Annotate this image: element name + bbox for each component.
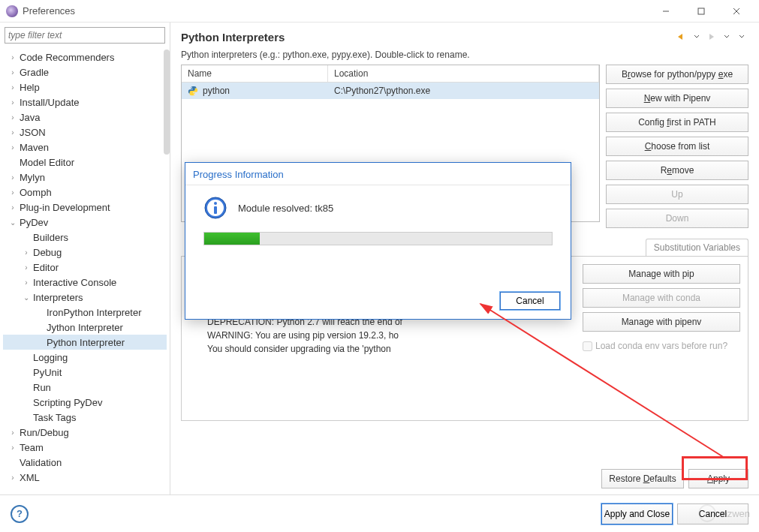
close-button[interactable] bbox=[719, 1, 753, 22]
col-location[interactable]: Location bbox=[328, 65, 599, 82]
tree-item-model-editor[interactable]: ›Model Editor bbox=[3, 155, 167, 170]
tree-item-label: Builders bbox=[33, 232, 68, 243]
chevron-right-icon[interactable]: › bbox=[8, 83, 18, 92]
chevron-right-icon[interactable]: › bbox=[8, 53, 18, 62]
new-pipenv-button[interactable]: New with Pipenv bbox=[606, 89, 748, 108]
chevron-right-icon[interactable]: › bbox=[21, 263, 32, 272]
load-conda-checkbox[interactable] bbox=[583, 341, 592, 351]
tree-item-oomph[interactable]: ›Oomph bbox=[3, 185, 167, 200]
choose-list-button[interactable]: Choose from list bbox=[606, 137, 748, 156]
apply-button[interactable]: Apply bbox=[688, 469, 748, 488]
table-row[interactable]: python C:\Python27\python.exe bbox=[182, 83, 599, 99]
chevron-down-icon[interactable]: ⌄ bbox=[21, 293, 32, 302]
chevron-right-icon[interactable]: › bbox=[8, 173, 18, 182]
browse-button[interactable]: Browse for python/pypy exe bbox=[606, 65, 748, 84]
tree-item-label: Model Editor bbox=[20, 157, 74, 168]
progress-message: Module resolved: tk85 bbox=[238, 203, 333, 214]
scrollbar-thumb[interactable] bbox=[164, 50, 170, 155]
progress-bar-fill bbox=[204, 233, 260, 245]
tree-item-team[interactable]: ›Team bbox=[3, 440, 167, 455]
tree-item-label: Scripting PyDev bbox=[33, 397, 102, 408]
tree-item-code-recommenders[interactable]: ›Code Recommenders bbox=[3, 50, 167, 65]
chevron-right-icon[interactable]: › bbox=[8, 443, 18, 452]
tree-item-label: Interpreters bbox=[33, 292, 83, 303]
chevron-right-icon[interactable]: › bbox=[8, 143, 18, 152]
svg-rect-1 bbox=[698, 8, 704, 14]
tree-item-mylyn[interactable]: ›Mylyn bbox=[3, 170, 167, 185]
chevron-right-icon[interactable]: › bbox=[8, 113, 18, 122]
col-name[interactable]: Name bbox=[182, 65, 328, 82]
maximize-button[interactable] bbox=[684, 1, 718, 22]
tree-item-label: Oomph bbox=[20, 187, 52, 198]
tree-item-label: Editor bbox=[33, 262, 59, 273]
config-path-button[interactable]: Config first in PATH bbox=[606, 113, 748, 132]
chevron-down-icon[interactable]: ⌄ bbox=[8, 218, 18, 227]
chevron-right-icon[interactable]: › bbox=[8, 428, 18, 437]
tree-item-pydev[interactable]: ⌄PyDev bbox=[3, 215, 167, 230]
tree-item-run[interactable]: ›Run bbox=[3, 380, 167, 395]
tree-item-editor[interactable]: ›Editor bbox=[3, 260, 167, 275]
tree-item-plug-in-development[interactable]: ›Plug-in Development bbox=[3, 200, 167, 215]
nav-back-dropdown-icon[interactable] bbox=[690, 30, 703, 44]
tree-item-scripting-pydev[interactable]: ›Scripting PyDev bbox=[3, 395, 167, 410]
restore-defaults-button[interactable]: Restore Defaults bbox=[601, 469, 684, 488]
tree-item-help[interactable]: ›Help bbox=[3, 80, 167, 95]
tree-item-jython-interpreter[interactable]: ›Jython Interpreter bbox=[3, 320, 167, 335]
tree-item-maven[interactable]: ›Maven bbox=[3, 140, 167, 155]
preference-tree[interactable]: ›Code Recommenders›Gradle›Help›Install/U… bbox=[0, 50, 170, 494]
info-icon bbox=[203, 196, 227, 220]
chevron-right-icon[interactable]: › bbox=[8, 473, 18, 482]
tree-item-python-interpreter[interactable]: ›Python Interpreter bbox=[3, 335, 167, 350]
tree-item-xml[interactable]: ›XML bbox=[3, 470, 167, 485]
svg-rect-9 bbox=[214, 206, 217, 214]
tree-item-gradle[interactable]: ›Gradle bbox=[3, 65, 167, 80]
tree-item-debug[interactable]: ›Debug bbox=[3, 245, 167, 260]
cell-name: python bbox=[203, 86, 230, 96]
remove-button[interactable]: Remove bbox=[606, 161, 748, 180]
tree-item-interpreters[interactable]: ⌄Interpreters bbox=[3, 290, 167, 305]
help-icon[interactable]: ? bbox=[11, 505, 29, 523]
nav-forward-icon[interactable] bbox=[705, 30, 718, 44]
tree-item-label: PyUnit bbox=[33, 367, 62, 378]
manage-pip-button[interactable]: Manage with pip bbox=[583, 264, 740, 284]
tree-item-task-tags[interactable]: ›Task Tags bbox=[3, 410, 167, 425]
chevron-right-icon[interactable]: › bbox=[8, 128, 18, 137]
tree-item-json[interactable]: ›JSON bbox=[3, 125, 167, 140]
chevron-right-icon[interactable]: › bbox=[21, 278, 32, 287]
tree-item-java[interactable]: ›Java bbox=[3, 110, 167, 125]
nav-menu-icon[interactable] bbox=[735, 30, 748, 44]
filter-input[interactable] bbox=[5, 27, 165, 44]
tree-item-logging[interactable]: ›Logging bbox=[3, 350, 167, 365]
manage-pipenv-button[interactable]: Manage with pipenv bbox=[583, 312, 740, 332]
nav-forward-dropdown-icon[interactable] bbox=[720, 30, 733, 44]
tree-item-label: JSON bbox=[20, 127, 46, 138]
tree-item-install-update[interactable]: ›Install/Update bbox=[3, 95, 167, 110]
eclipse-icon bbox=[6, 5, 18, 17]
chevron-right-icon[interactable]: › bbox=[8, 188, 18, 197]
tree-item-interactive-console[interactable]: ›Interactive Console bbox=[3, 275, 167, 290]
nav-back-icon[interactable] bbox=[675, 30, 688, 44]
apply-close-button[interactable]: Apply and Close bbox=[601, 503, 673, 524]
tree-item-builders[interactable]: ›Builders bbox=[3, 230, 167, 245]
tree-item-validation[interactable]: ›Validation bbox=[3, 455, 167, 470]
tree-item-label: Gradle bbox=[20, 67, 49, 78]
tab-substitution-variables[interactable]: Substitution Variables bbox=[646, 239, 748, 256]
down-button[interactable]: Down bbox=[606, 209, 748, 228]
progress-dialog: Progress Information Module resolved: tk… bbox=[185, 162, 571, 320]
chevron-right-icon[interactable]: › bbox=[8, 203, 18, 212]
tree-item-run-debug[interactable]: ›Run/Debug bbox=[3, 425, 167, 440]
svg-point-11 bbox=[700, 505, 716, 521]
tree-item-ironpython-interpreter[interactable]: ›IronPython Interpreter bbox=[3, 305, 167, 320]
chevron-right-icon[interactable]: › bbox=[8, 98, 18, 107]
tree-item-label: Run bbox=[33, 382, 51, 393]
tree-item-pyunit[interactable]: ›PyUnit bbox=[3, 365, 167, 380]
manage-conda-button[interactable]: Manage with conda bbox=[583, 288, 740, 308]
chevron-right-icon[interactable]: › bbox=[21, 248, 32, 257]
progress-bar bbox=[203, 232, 553, 245]
chevron-right-icon[interactable]: › bbox=[8, 68, 18, 77]
pkg-msg-line: WARNING: You are using pip version 19.2.… bbox=[207, 329, 577, 342]
minimize-button[interactable] bbox=[649, 1, 682, 22]
dialog-cancel-button[interactable]: Cancel bbox=[500, 292, 560, 310]
up-button[interactable]: Up bbox=[606, 185, 748, 204]
svg-point-5 bbox=[194, 94, 194, 95]
